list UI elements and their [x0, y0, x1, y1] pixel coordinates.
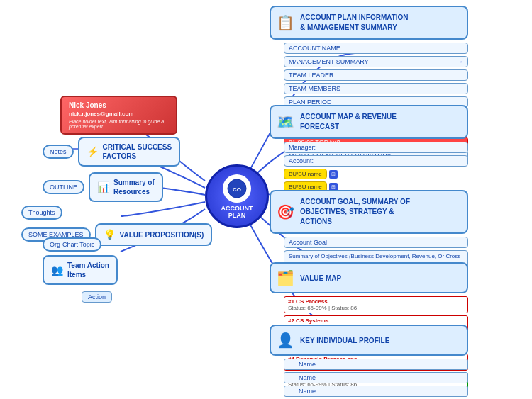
field-team-members[interactable]: TEAM MEMBERS	[284, 83, 468, 94]
org-chart-tag[interactable]: Org-Chart Topic	[43, 237, 101, 252]
profiles-list: Name Name Name Name Name	[284, 359, 468, 399]
team-actions-label: Team Action Items	[67, 261, 109, 279]
action-tag[interactable]: Action	[82, 291, 112, 303]
company-logo: CO	[223, 174, 251, 203]
center-line1: ACCOUNT	[221, 205, 253, 212]
field-manager[interactable]: Manager:	[284, 142, 468, 153]
profile-2[interactable]: Name	[284, 372, 468, 383]
profiles-title: KEY INDIVIDUAL PROFILE	[300, 337, 389, 344]
csf-section: Notes ⚡ CRITICAL SUCCESS FACTORS	[43, 137, 180, 167]
field-team-leader[interactable]: TEAM LEADER	[284, 69, 468, 81]
valuemap-title: VALUE MAP	[300, 274, 341, 282]
profile-1[interactable]: Name	[284, 359, 468, 370]
resources-node[interactable]: 📊 Summary of Resources	[89, 172, 163, 202]
csf-node[interactable]: ⚡ CRITICAL SUCCESS FACTORS	[78, 137, 181, 167]
team-actions-section: Org-Chart Topic 👥 Team Action Items Acti…	[43, 237, 118, 303]
csf-label: CRITICAL SUCCESS FACTORS	[103, 142, 172, 161]
user-card: Nick Jones nick.r.jones@gmail.com Place …	[60, 96, 177, 135]
team-actions-node[interactable]: 👥 Team Action Items	[43, 255, 118, 285]
revenue-title: ACCOUNT MAP & REVENUE FORECAST	[300, 112, 397, 132]
field-mgmt-summary[interactable]: MANAGEMENT SUMMARY→	[284, 56, 468, 67]
user-email: nick.r.jones@gmail.com	[69, 111, 169, 117]
user-name: Nick Jones	[69, 101, 169, 109]
account-info-title: ACCOUNT PLAN INFORMATION & MANAGEMENT SU…	[300, 13, 409, 33]
outline-tag[interactable]: OUTLINE	[43, 180, 84, 194]
profile-3[interactable]: Name	[284, 386, 468, 397]
vm-item1[interactable]: #1 CS Process Status: 66-99% | Status: 8…	[284, 296, 468, 313]
goals-title: ACCOUNT GOAL, SUMMARY OF OBJECTIVES, STR…	[300, 197, 410, 227]
profiles-section: 👤 KEY INDIVIDUAL PROFILE Name Name Name …	[270, 325, 468, 399]
center-line2: PLAN	[228, 212, 246, 219]
field-busu1-icon: ⊞	[329, 170, 338, 179]
thoughts-tag[interactable]: Thoughts	[21, 206, 62, 220]
notes-tag[interactable]: Notes	[43, 145, 74, 159]
value-prop-label: VALUE PROPOSITION(S)	[120, 231, 204, 239]
field-account-goal[interactable]: Account Goal	[284, 237, 468, 248]
field-busu1[interactable]: BU/SU name	[284, 169, 327, 179]
center-node: CO ACCOUNT PLAN	[205, 164, 269, 228]
field-account-name[interactable]: ACCOUNT NAME	[284, 43, 468, 54]
field-account[interactable]: Account:	[284, 155, 468, 167]
resources-label: Summary of Resources	[113, 178, 155, 196]
svg-text:CO: CO	[233, 186, 241, 193]
user-note: Place holder text, with formatting to gu…	[69, 119, 169, 129]
resources-section: OUTLINE 📊 Summary of Resources	[43, 172, 163, 202]
